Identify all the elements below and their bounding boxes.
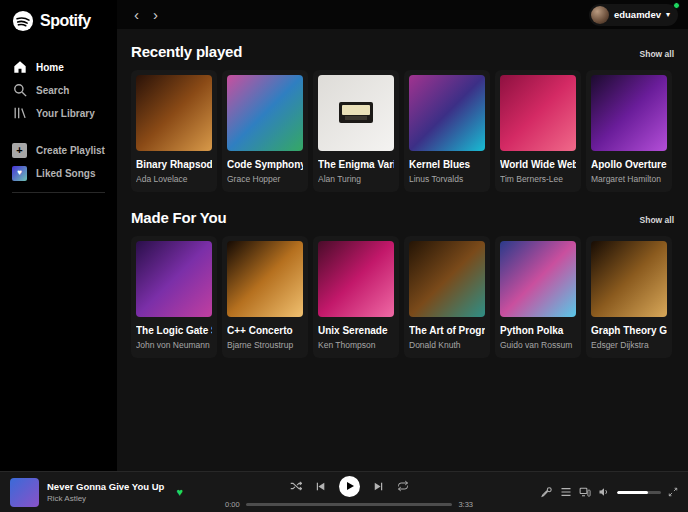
card-artist: Ken Thompson — [318, 340, 394, 350]
sidebar-item-home[interactable]: Home — [12, 58, 105, 76]
spotify-logo-icon — [12, 10, 34, 32]
chevron-down-icon: ▾ — [666, 10, 670, 19]
player-center: 0:00 3:33 — [225, 476, 473, 509]
back-button[interactable]: ‹ — [127, 5, 146, 24]
card-row: Binary Rhapsody Ada Lovelace Code Sympho… — [131, 70, 674, 192]
sidebar: Spotify Home Search Your Library + Creat… — [0, 0, 117, 471]
total-time: 3:33 — [458, 500, 473, 509]
now-playing-art — [10, 478, 39, 507]
card-artist: Margaret Hamilton — [591, 174, 667, 184]
topbar: ‹ › eduamdev ▾ — [117, 0, 688, 29]
sidebar-item-label: Search — [36, 85, 69, 96]
player-bar: Never Gonna Give You Up Rick Astley ♥ — [0, 471, 688, 512]
user-name: eduamdev — [614, 9, 661, 20]
card-art — [500, 75, 576, 151]
card-art — [136, 75, 212, 151]
album-card[interactable]: The Enigma Varia... Alan Turing — [313, 70, 399, 192]
section-recently-played: Recently played Show all Binary Rhapsody… — [131, 43, 674, 192]
shuffle-button[interactable] — [290, 480, 302, 492]
track-title: Never Gonna Give You Up — [47, 481, 164, 492]
volume-icon[interactable] — [598, 486, 610, 498]
sidebar-item-search[interactable]: Search — [12, 81, 105, 99]
album-card[interactable]: World Wide Web ... Tim Berners-Lee — [495, 70, 581, 192]
show-all-link[interactable]: Show all — [640, 215, 674, 225]
fullscreen-button[interactable] — [668, 487, 678, 497]
card-art — [318, 75, 394, 151]
spotify-logo-text: Spotify — [40, 12, 91, 30]
card-art — [227, 75, 303, 151]
track-artist: Rick Astley — [47, 494, 164, 503]
sidebar-item-label: Create Playlist — [36, 145, 105, 156]
card-artist: Donald Knuth — [409, 340, 485, 350]
card-title: The Art of Progra... — [409, 325, 485, 336]
search-icon — [12, 83, 27, 98]
volume-slider[interactable] — [617, 491, 661, 494]
previous-button[interactable] — [315, 481, 326, 492]
card-title: Binary Rhapsody — [136, 159, 212, 170]
plus-icon: + — [12, 143, 27, 158]
section-title: Recently played — [131, 43, 242, 60]
album-card[interactable]: The Logic Gate S... John von Neumann — [131, 236, 217, 358]
card-title: C++ Concerto — [227, 325, 303, 336]
card-art — [318, 241, 394, 317]
sidebar-item-label: Liked Songs — [36, 168, 95, 179]
album-card[interactable]: Apollo Overture Margaret Hamilton — [586, 70, 672, 192]
card-artist: Linus Torvalds — [409, 174, 485, 184]
card-art — [591, 75, 667, 151]
queue-button[interactable] — [560, 486, 572, 498]
card-artist: Alan Turing — [318, 174, 394, 184]
player-right — [541, 486, 678, 498]
sidebar-item-your-library[interactable]: Your Library — [12, 104, 105, 122]
card-art — [136, 241, 212, 317]
card-title: Code Symphony — [227, 159, 303, 170]
online-status-dot — [673, 2, 680, 9]
elapsed-time: 0:00 — [225, 500, 240, 509]
sidebar-item-liked-songs[interactable]: ♥ Liked Songs — [12, 164, 105, 182]
volume-fill — [617, 491, 648, 494]
app-window: Spotify Home Search Your Library + Creat… — [0, 0, 688, 512]
forward-button[interactable]: › — [146, 5, 165, 24]
sidebar-item-create-playlist[interactable]: + Create Playlist — [12, 141, 105, 159]
album-card[interactable]: Python Polka Guido van Rossum — [495, 236, 581, 358]
user-menu[interactable]: eduamdev ▾ — [589, 4, 678, 26]
album-card[interactable]: Binary Rhapsody Ada Lovelace — [131, 70, 217, 192]
card-title: Apollo Overture — [591, 159, 667, 170]
card-title: World Wide Web ... — [500, 159, 576, 170]
card-art — [500, 241, 576, 317]
main-content: Recently played Show all Binary Rhapsody… — [117, 29, 688, 471]
sidebar-item-label: Home — [36, 62, 64, 73]
album-card[interactable]: The Art of Progra... Donald Knuth — [404, 236, 490, 358]
card-title: Kernel Blues — [409, 159, 485, 170]
card-art — [409, 75, 485, 151]
card-art — [227, 241, 303, 317]
like-button[interactable]: ♥ — [176, 486, 183, 498]
spotify-logo[interactable]: Spotify — [12, 10, 105, 32]
card-title: Unix Serenade — [318, 325, 394, 336]
now-playing: Never Gonna Give You Up Rick Astley ♥ — [10, 478, 225, 507]
play-button[interactable] — [339, 476, 360, 497]
album-card[interactable]: Kernel Blues Linus Torvalds — [404, 70, 490, 192]
card-artist: Bjarne Stroustrup — [227, 340, 303, 350]
next-button[interactable] — [373, 481, 384, 492]
album-card[interactable]: C++ Concerto Bjarne Stroustrup — [222, 236, 308, 358]
card-title: The Logic Gate S... — [136, 325, 212, 336]
card-art — [591, 241, 667, 317]
home-icon — [12, 60, 27, 75]
lyrics-button[interactable] — [541, 486, 553, 498]
show-all-link[interactable]: Show all — [640, 49, 674, 59]
section-made-for-you: Made For You Show all The Logic Gate S..… — [131, 209, 674, 358]
album-card[interactable]: Graph Theory Gro... Edsger Dijkstra — [586, 236, 672, 358]
library-icon — [12, 106, 27, 121]
progress-bar[interactable] — [246, 503, 453, 506]
card-artist: Ada Lovelace — [136, 174, 212, 184]
heart-icon: ♥ — [12, 166, 27, 181]
album-card[interactable]: Unix Serenade Ken Thompson — [313, 236, 399, 358]
card-title: Graph Theory Gro... — [591, 325, 667, 336]
card-artist: Guido van Rossum — [500, 340, 576, 350]
avatar — [591, 6, 609, 24]
section-title: Made For You — [131, 209, 226, 226]
repeat-button[interactable] — [397, 480, 409, 492]
album-card[interactable]: Code Symphony Grace Hopper — [222, 70, 308, 192]
card-artist: Tim Berners-Lee — [500, 174, 576, 184]
devices-button[interactable] — [579, 486, 591, 498]
